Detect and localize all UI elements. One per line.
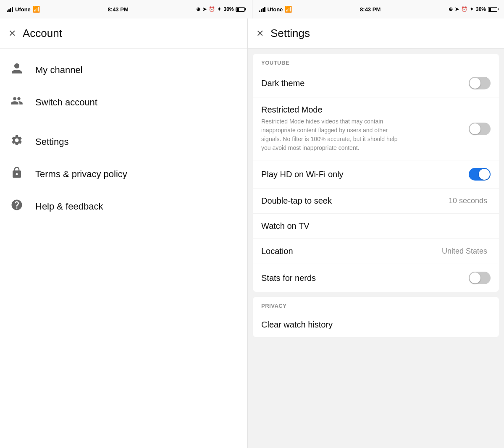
status-indicators-left: ⊕ ➤ ⏰ ✦ 30%	[196, 6, 245, 12]
play-hd-name: Play HD on Wi-Fi only	[261, 170, 469, 179]
nav-icon-left: ➤	[202, 6, 207, 12]
bluetooth-icon-left: ✦	[217, 6, 221, 12]
my-channel-label: My channel	[35, 65, 83, 76]
signal-icon-left	[7, 6, 13, 12]
watch-tv-name: Watch on TV	[261, 221, 491, 231]
battery-pct-left: 30%	[223, 6, 234, 12]
wifi-icon-left: 📶	[33, 6, 40, 13]
setting-row-location[interactable]: Location United States	[253, 239, 499, 264]
carrier-name-left: Ufone	[15, 6, 31, 13]
location-icon-right: ⊕	[449, 6, 453, 12]
stats-nerds-name: Stats for nerds	[261, 273, 469, 283]
restricted-mode-desc: Restricted Mode hides videos that may co…	[261, 117, 404, 152]
dark-theme-name: Dark theme	[261, 79, 469, 88]
status-carrier-left: Ufone 📶	[7, 6, 40, 13]
status-indicators-right: ⊕ ➤ ⏰ ✦ 30%	[449, 6, 497, 12]
setting-row-play-hd[interactable]: Play HD on Wi-Fi only	[253, 160, 499, 189]
clear-watch-history-name: Clear watch history	[261, 320, 491, 330]
location-value: United States	[442, 247, 487, 256]
status-bar-left: Ufone 📶 8:43 PM ⊕ ➤ ⏰ ✦ 30%	[0, 0, 252, 18]
play-hd-toggle-knob	[479, 169, 490, 180]
time-right: 8:43 PM	[360, 6, 381, 13]
status-bar: Ufone 📶 8:43 PM ⊕ ➤ ⏰ ✦ 30% Ufone 📶	[0, 0, 504, 18]
location-icon-left: ⊕	[196, 6, 200, 12]
status-bar-right: Ufone 📶 8:43 PM ⊕ ➤ ⏰ ✦ 30%	[252, 0, 504, 18]
stats-nerds-toggle-knob	[470, 272, 480, 283]
help-label: Help & feedback	[35, 201, 103, 212]
restricted-mode-name: Restricted Mode	[261, 105, 469, 115]
bluetooth-icon-right: ✦	[470, 6, 474, 12]
status-carrier-right: Ufone 📶	[259, 6, 292, 13]
setting-row-left-watch-tv: Watch on TV	[261, 221, 491, 231]
time-left: 8:43 PM	[108, 6, 129, 13]
settings-close-button[interactable]: ✕	[256, 29, 264, 38]
double-tap-value: 10 seconds	[449, 196, 487, 205]
restricted-mode-toggle-knob	[470, 123, 480, 134]
settings-title: Settings	[270, 27, 310, 40]
menu-item-terms[interactable]: Terms & privacy policy	[0, 158, 247, 190]
setting-row-double-tap[interactable]: Double-tap to seek 10 seconds	[253, 189, 499, 214]
dark-theme-toggle-knob	[470, 78, 480, 89]
setting-row-left-play-hd: Play HD on Wi-Fi only	[261, 170, 469, 179]
alarm-icon-right: ⏰	[461, 6, 467, 12]
setting-row-dark-theme[interactable]: Dark theme	[253, 69, 499, 97]
menu-item-my-channel[interactable]: My channel	[0, 54, 247, 86]
help-icon	[10, 199, 24, 214]
person-icon	[10, 62, 24, 78]
menu-divider	[0, 122, 247, 122]
battery-icon-left	[236, 7, 245, 12]
setting-row-restricted-mode[interactable]: Restricted Mode Restricted Mode hides vi…	[253, 97, 499, 160]
battery-icon-right	[488, 7, 497, 12]
account-panel: ✕ Account My channel Switch	[0, 18, 248, 448]
lock-icon	[10, 166, 24, 182]
wifi-icon-right: 📶	[285, 6, 292, 13]
settings-content: YOUTUBE Dark theme Restricted Mode Restr…	[248, 49, 504, 448]
setting-row-left-restricted: Restricted Mode Restricted Mode hides vi…	[261, 105, 469, 152]
setting-row-left-location: Location	[261, 246, 442, 256]
switch-account-label: Switch account	[35, 97, 97, 108]
account-close-button[interactable]: ✕	[8, 29, 16, 38]
settings-panel: ✕ Settings YOUTUBE Dark theme	[248, 18, 504, 448]
main-content: ✕ Account My channel Switch	[0, 18, 504, 448]
play-hd-toggle[interactable]	[469, 168, 491, 181]
setting-row-stats-nerds[interactable]: Stats for nerds	[253, 264, 499, 292]
switch-account-icon	[10, 94, 24, 110]
menu-item-settings[interactable]: Settings	[0, 126, 247, 158]
account-header: ✕ Account	[0, 18, 247, 49]
setting-row-left-clear-history: Clear watch history	[261, 320, 491, 330]
nav-icon-right: ➤	[455, 6, 459, 12]
stats-nerds-toggle[interactable]	[469, 272, 491, 284]
account-menu: My channel Switch account Set	[0, 49, 247, 228]
gear-icon	[10, 134, 24, 149]
youtube-section-header: YOUTUBE	[253, 54, 499, 69]
settings-label: Settings	[35, 136, 69, 147]
setting-row-left-stats: Stats for nerds	[261, 273, 469, 283]
setting-row-clear-history[interactable]: Clear watch history	[253, 312, 499, 337]
setting-row-left-double-tap: Double-tap to seek	[261, 196, 449, 206]
youtube-section: YOUTUBE Dark theme Restricted Mode Restr…	[253, 54, 499, 292]
privacy-section: PRIVACY Clear watch history	[253, 297, 499, 337]
menu-item-switch-account[interactable]: Switch account	[0, 86, 247, 118]
restricted-mode-toggle[interactable]	[469, 123, 491, 135]
terms-label: Terms & privacy policy	[35, 169, 127, 180]
setting-row-left-dark-theme: Dark theme	[261, 79, 469, 88]
settings-header: ✕ Settings	[248, 18, 504, 49]
signal-icon-right	[259, 6, 265, 12]
location-name: Location	[261, 246, 442, 256]
menu-item-help[interactable]: Help & feedback	[0, 190, 247, 223]
carrier-name-right: Ufone	[268, 6, 283, 13]
battery-pct-right: 30%	[476, 6, 486, 12]
dark-theme-toggle[interactable]	[469, 77, 491, 89]
setting-row-watch-tv[interactable]: Watch on TV	[253, 214, 499, 239]
double-tap-name: Double-tap to seek	[261, 196, 449, 206]
privacy-section-header: PRIVACY	[253, 297, 499, 312]
alarm-icon-left: ⏰	[209, 6, 215, 12]
account-title: Account	[23, 27, 62, 40]
